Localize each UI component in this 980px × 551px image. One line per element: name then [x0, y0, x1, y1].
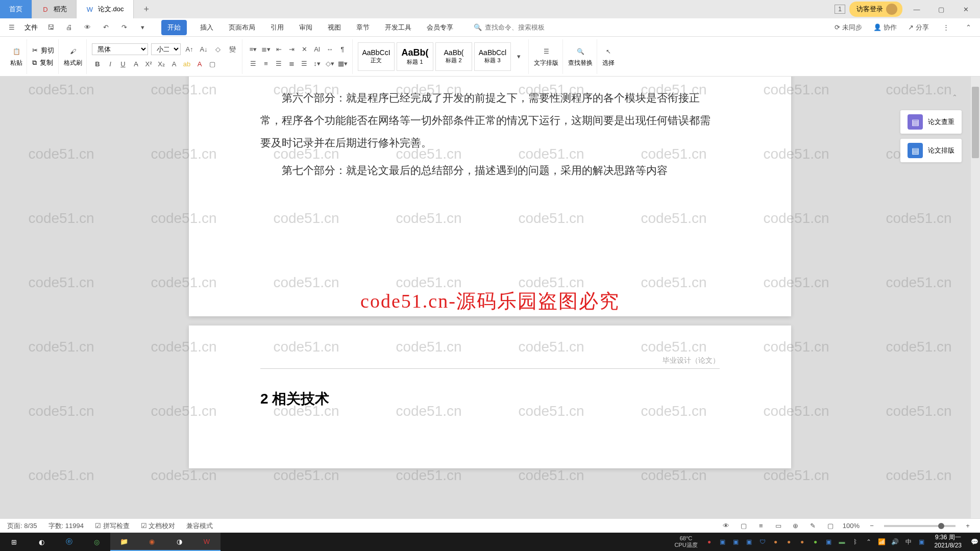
annotate-icon[interactable]: ✎ — [808, 521, 818, 531]
shrink-font-icon[interactable]: A↓ — [198, 44, 209, 55]
tray-icon[interactable]: ▣ — [823, 536, 835, 547]
bluetooth-icon[interactable]: ᛒ — [850, 536, 861, 547]
eye-icon[interactable]: 👁 — [721, 521, 731, 531]
style-normal[interactable]: AaBbCcI正文 — [358, 42, 395, 71]
align-right-icon[interactable]: ☰ — [273, 58, 284, 69]
tray-icon[interactable]: ● — [770, 536, 781, 547]
tab-start[interactable]: 开始 — [161, 20, 187, 35]
tray-battery-icon[interactable]: ▬ — [837, 536, 848, 547]
search-input[interactable] — [485, 23, 577, 31]
underline-button[interactable]: U — [117, 58, 129, 69]
clear-format-icon[interactable]: ◇ — [212, 44, 224, 55]
task-ie[interactable]: ⓔ — [55, 533, 83, 551]
tab-insert[interactable]: 插入 — [198, 20, 215, 35]
start-button[interactable]: ⊞ — [0, 533, 28, 551]
style-heading2[interactable]: AaBb(标题 2 — [435, 42, 472, 71]
font-size-select[interactable]: 小二 — [151, 43, 181, 55]
style-heading3[interactable]: AaBbCcl标题 3 — [474, 42, 511, 71]
page-view-icon[interactable]: ▢ — [739, 521, 749, 531]
zoom-slider[interactable] — [884, 525, 955, 527]
undo-icon[interactable]: ↶ — [100, 22, 111, 33]
grow-font-icon[interactable]: A↑ — [184, 44, 195, 55]
style-more-icon[interactable]: ▾ — [513, 51, 524, 62]
number-list-icon[interactable]: ≣▾ — [260, 44, 272, 55]
print-icon[interactable]: 🖨 — [63, 22, 75, 33]
align-justify-icon[interactable]: ≣ — [286, 58, 297, 69]
window-count-badge[interactable]: 1 — [835, 5, 845, 14]
taskbar-clock[interactable]: 9:36 周一2021/8/23 — [929, 534, 967, 549]
maximize-button[interactable]: ▢ — [931, 2, 951, 17]
scrollbar-thumb[interactable] — [972, 87, 979, 158]
document-viewport[interactable]: 第六个部分：就是程序已经完成了开发的前提之下，需要性测程序的各个模块是否衔接正常… — [0, 77, 980, 518]
menu-icon[interactable]: ☰ — [6, 22, 17, 33]
share-button[interactable]: ↗ 分享 — [908, 23, 929, 32]
outdent-icon[interactable]: ⇤ — [273, 44, 284, 55]
read-view-icon[interactable]: ▭ — [773, 521, 783, 531]
tab-add-button[interactable]: + — [134, 0, 160, 18]
align-center-icon[interactable]: ≡ — [260, 58, 272, 69]
tray-icon[interactable]: ● — [810, 536, 821, 547]
char-spacing-icon[interactable]: ↔ — [324, 44, 335, 55]
tab-docer[interactable]: D 稻壳 — [32, 0, 77, 18]
tray-up-icon[interactable]: ⌃ — [863, 536, 874, 547]
tab-member[interactable]: 会员专享 — [425, 20, 455, 35]
show-marks-icon[interactable]: ¶ — [337, 44, 348, 55]
task-app-3[interactable]: ◑ — [165, 533, 193, 551]
page-indicator[interactable]: 页面: 8/35 — [7, 521, 37, 531]
text-layout-button[interactable]: ☰ 文字排版 — [534, 45, 558, 67]
format-painter-button[interactable]: 🖌 格式刷 — [64, 45, 82, 67]
task-browser[interactable]: ◎ — [83, 533, 110, 551]
highlight-button[interactable]: ab — [181, 58, 192, 69]
bold-button[interactable]: B — [92, 58, 103, 69]
tray-icon[interactable]: ● — [797, 536, 808, 547]
task-wps[interactable]: W — [193, 533, 220, 551]
char-border-icon[interactable]: ▢ — [207, 58, 218, 69]
tray-icon[interactable]: ● — [704, 536, 715, 547]
font-color-button[interactable]: A — [194, 58, 205, 69]
phonetic-icon[interactable]: 變 — [227, 44, 238, 55]
paper-check-button[interactable]: ▤ 论文查重 — [900, 110, 962, 134]
distribute-icon[interactable]: ☰ — [299, 58, 310, 69]
zoom-level[interactable]: 100% — [843, 522, 860, 530]
tab-view[interactable]: 视图 — [326, 20, 343, 35]
strike-button[interactable]: A̵ — [130, 58, 141, 69]
wifi-icon[interactable]: 📶 — [876, 536, 888, 547]
style-heading1[interactable]: AaBb(标题 1 — [397, 42, 433, 71]
proofread-toggle[interactable]: ☑ 文档校对 — [141, 521, 176, 531]
web-view-icon[interactable]: ⊕ — [791, 521, 801, 531]
tab-reference[interactable]: 引用 — [268, 20, 286, 35]
spell-check-toggle[interactable]: ☑ 拼写检查 — [95, 521, 130, 531]
vertical-scrollbar[interactable] — [971, 77, 980, 518]
more-icon[interactable]: ⋮ — [940, 22, 951, 33]
login-button[interactable]: 访客登录 — [849, 2, 902, 17]
task-app-1[interactable]: ◐ — [28, 533, 55, 551]
zoom-in-icon[interactable]: + — [963, 521, 973, 531]
tray-app-icon[interactable]: ▣ — [916, 536, 927, 547]
volume-icon[interactable]: 🔊 — [890, 536, 901, 547]
line-spacing-icon[interactable]: ↕▾ — [311, 58, 323, 69]
outline-view-icon[interactable]: ≡ — [756, 521, 766, 531]
text-effect-icon[interactable]: A — [168, 58, 180, 69]
tab-review[interactable]: 审阅 — [297, 20, 314, 35]
cpu-temp-widget[interactable]: 68°CCPU温度 — [674, 535, 697, 549]
redo-icon[interactable]: ↷ — [118, 22, 130, 33]
align-left-icon[interactable]: ☰ — [248, 58, 259, 69]
paper-layout-button[interactable]: ▤ 论文排版 — [900, 139, 962, 162]
font-name-select[interactable]: 黑体 — [92, 43, 148, 55]
sync-status[interactable]: ⟳ 未同步 — [835, 23, 862, 32]
tray-icon[interactable]: ▣ — [744, 536, 755, 547]
find-replace-button[interactable]: 🔍 查找替换 — [568, 45, 593, 67]
paste-button[interactable]: 📋 粘贴 — [10, 45, 22, 67]
side-collapse-icon[interactable]: ⌃ — [947, 92, 962, 102]
tab-pagelayout[interactable]: 页面布局 — [227, 20, 257, 35]
tray-icon[interactable]: ▣ — [730, 536, 742, 547]
task-app-2[interactable]: ◉ — [138, 533, 165, 551]
select-button[interactable]: ↖ 选择 — [602, 45, 615, 67]
command-search[interactable]: 🔍 — [474, 23, 577, 31]
indent-icon[interactable]: ⇥ — [286, 44, 297, 55]
cut-button[interactable]: ✂剪切 — [32, 46, 54, 55]
tray-icon[interactable]: ▣ — [717, 536, 728, 547]
close-button[interactable]: ✕ — [955, 2, 976, 17]
border-icon[interactable]: ▦▾ — [337, 58, 348, 69]
tab-home[interactable]: 首页 — [0, 0, 32, 18]
